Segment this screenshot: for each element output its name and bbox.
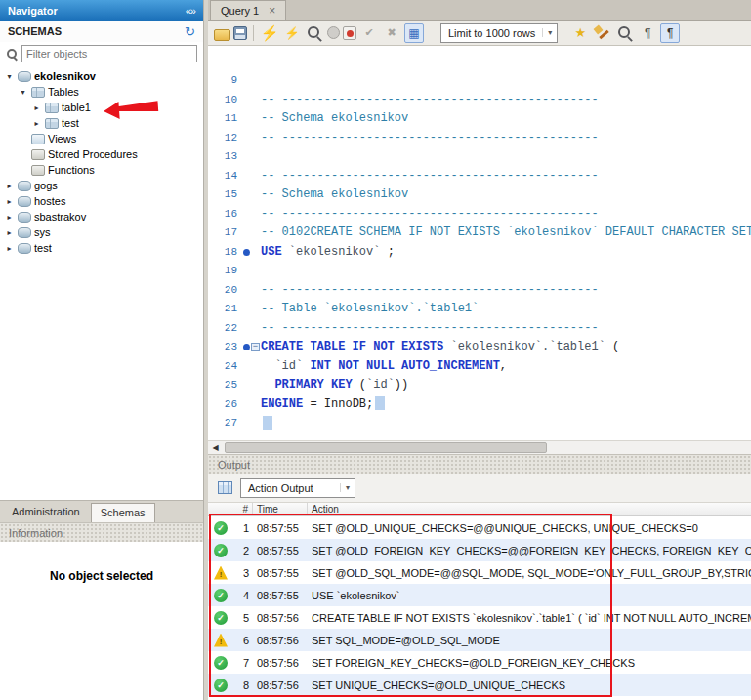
clean-icon[interactable] (593, 23, 612, 43)
toggle-autocommit-icon[interactable]: ▦ (404, 23, 424, 43)
tree-item-label[interactable]: sys (34, 226, 51, 238)
output-row[interactable]: ✓708:57:56SET FOREIGN_KEY_CHECKS=@OLD_FO… (208, 651, 751, 674)
editor-line[interactable]: 27 (208, 414, 751, 433)
editor-line[interactable]: 23−CREATE TABLE IF NOT EXISTS `ekolesnik… (208, 338, 751, 357)
open-script-icon[interactable] (214, 29, 230, 41)
save-script-icon[interactable] (233, 26, 247, 40)
commit-icon[interactable]: ✔ (359, 23, 379, 43)
editor-line[interactable]: 15-- Schema ekolesnikov (208, 185, 751, 205)
scrollbar-track[interactable] (223, 441, 751, 454)
editor-line[interactable]: 13 (208, 147, 751, 167)
expand-icon[interactable]: ▸ (4, 182, 15, 190)
tree-item-label[interactable]: test (62, 117, 79, 129)
output-row[interactable]: !608:57:56SET SQL_MODE=@OLD_SQL_MODE (208, 629, 751, 651)
expand-icon[interactable]: ▸ (31, 103, 42, 112)
tree-item-ekolesnikov[interactable]: ▾ekolesnikov (0, 68, 203, 84)
tree-item-test[interactable]: ▸test (0, 240, 203, 256)
toggle-wrap-icon[interactable]: ¶ (660, 23, 680, 43)
editor-line[interactable]: 17-- 0102CREATE SCHEMA IF NOT EXISTS `ek… (208, 224, 751, 243)
tree-item-gogs[interactable]: ▸gogs (0, 178, 203, 193)
toggle-invisibles-icon[interactable]: ¶ (638, 23, 657, 43)
tree-item-label[interactable]: sbastrakov (34, 211, 86, 223)
stop-on-error-icon[interactable] (343, 26, 356, 40)
filter-input[interactable] (21, 45, 197, 62)
editor-line[interactable]: 19 (208, 262, 751, 281)
limit-rows-select[interactable]: Limit to 1000 rows▾ (440, 23, 558, 43)
stop-query-icon[interactable] (327, 26, 340, 39)
expand-icon[interactable]: ▸ (4, 244, 15, 253)
editor-line[interactable]: 12-- -----------------------------------… (208, 129, 751, 148)
tree-item-sbastrakov[interactable]: ▸sbastrakov (0, 209, 203, 225)
warning-icon: ! (214, 634, 228, 647)
beautify-icon[interactable]: ★ (570, 23, 590, 43)
tab-query-1[interactable]: Query 1 × (210, 0, 286, 20)
editor-line[interactable]: 20-- -----------------------------------… (208, 281, 751, 301)
tree-item-label[interactable]: Views (48, 133, 76, 144)
column-header-num[interactable]: # (208, 503, 253, 515)
tree-item-label[interactable]: Stored Procedures (48, 148, 138, 160)
output-view-select[interactable]: Action Output ▾ (240, 478, 355, 498)
output-row[interactable]: ✓108:57:55SET @OLD_UNIQUE_CHECKS=@@UNIQU… (208, 516, 751, 539)
column-header-action[interactable]: Action (308, 503, 751, 515)
editor-line[interactable]: 24 `id` INT NOT NULL AUTO_INCREMENT, (208, 357, 751, 377)
tree-item-label[interactable]: Tables (48, 86, 79, 98)
collapse-icon[interactable]: ▾ (18, 88, 28, 97)
editor-line[interactable]: 10-- -----------------------------------… (208, 91, 751, 110)
expand-icon[interactable]: ▸ (4, 228, 15, 237)
scroll-left-icon[interactable]: ◀ (208, 441, 223, 454)
tree-item-label[interactable]: gogs (34, 180, 58, 191)
tree-item-tables[interactable]: ▾Tables (0, 84, 203, 100)
expand-icon[interactable]: ▸ (4, 197, 15, 206)
collapse-panel-icon[interactable]: «» (186, 5, 195, 17)
tables-icon (31, 87, 45, 98)
fold-icon[interactable]: − (251, 343, 260, 351)
tree-item-test[interactable]: ▸test (0, 115, 203, 131)
explain-statement-icon[interactable] (305, 23, 324, 43)
tree-item-functions[interactable]: Functions (0, 162, 203, 178)
editor-line[interactable]: 26ENGINE = InnoDB; (208, 395, 751, 415)
execute-script-icon[interactable]: ⚡ (260, 23, 279, 43)
tree-item-label[interactable]: table1 (62, 102, 91, 113)
expand-icon[interactable]: ▸ (31, 119, 42, 128)
refresh-schemas-icon[interactable]: ↻ (185, 24, 195, 39)
output-row[interactable]: ✓208:57:55SET @OLD_FOREIGN_KEY_CHECKS=@@… (208, 539, 751, 561)
code-text: CREATE TABLE IF NOT EXISTS `ekolesnikov`… (261, 338, 619, 357)
editor-line[interactable]: 25 PRIMARY KEY (`id`)) (208, 376, 751, 395)
tree-item-views[interactable]: Views (0, 131, 203, 146)
execute-statement-icon[interactable]: ⚡ (282, 23, 302, 43)
rollback-icon[interactable]: ✖ (382, 23, 401, 43)
tree-item-label[interactable]: Functions (48, 164, 95, 176)
line-number: 9 (208, 71, 241, 91)
tree-item-table1[interactable]: ▸table1 (0, 100, 203, 115)
close-tab-icon[interactable]: × (269, 6, 275, 16)
success-icon: ✓ (214, 679, 228, 692)
column-header-time[interactable]: Time (253, 503, 308, 515)
editor-line[interactable]: 9 (208, 71, 751, 91)
tree-item-stored-procedures[interactable]: Stored Procedures (0, 146, 203, 162)
editor-line[interactable]: 18USE `ekolesnikov` ; (208, 243, 751, 263)
tab-administration[interactable]: Administration (2, 502, 90, 522)
navigator-bottom-tabs: AdministrationSchemas (0, 500, 203, 522)
code-text: -- Table `ekolesnikov`.`table1` (261, 300, 479, 319)
output-row[interactable]: ✓508:57:56CREATE TABLE IF NOT EXISTS `ek… (208, 606, 751, 629)
tree-item-label[interactable]: ekolesnikov (34, 70, 96, 82)
tree-item-sys[interactable]: ▸sys (0, 225, 203, 240)
output-row[interactable]: ✓808:57:56SET UNIQUE_CHECKS=@OLD_UNIQUE_… (208, 674, 751, 696)
output-row[interactable]: !308:57:55SET @OLD_SQL_MODE=@@SQL_MODE, … (208, 561, 751, 584)
editor-line[interactable]: 21-- Table `ekolesnikov`.`table1` (208, 300, 751, 319)
tree-item-label[interactable]: test (34, 242, 52, 254)
editor-line[interactable]: 14-- -----------------------------------… (208, 167, 751, 186)
expand-icon[interactable]: ▸ (4, 213, 15, 222)
editor-line[interactable]: 22-- -----------------------------------… (208, 319, 751, 339)
output-row[interactable]: ✓408:57:55USE `ekolesnikov` (208, 584, 751, 606)
editor-horizontal-scrollbar[interactable]: ◀ (208, 440, 751, 454)
tree-item-label[interactable]: hostes (34, 195, 65, 207)
find-icon[interactable] (615, 23, 635, 43)
tab-schemas[interactable]: Schemas (91, 503, 155, 522)
editor-line[interactable]: 11-- Schema ekolesnikov (208, 109, 751, 129)
editor-line[interactable]: 16-- -----------------------------------… (208, 205, 751, 225)
tree-item-hostes[interactable]: ▸hostes (0, 193, 203, 209)
sql-code-editor[interactable]: 910-- ----------------------------------… (208, 46, 751, 440)
collapse-icon[interactable]: ▾ (4, 72, 15, 81)
scrollbar-thumb[interactable] (225, 442, 547, 453)
